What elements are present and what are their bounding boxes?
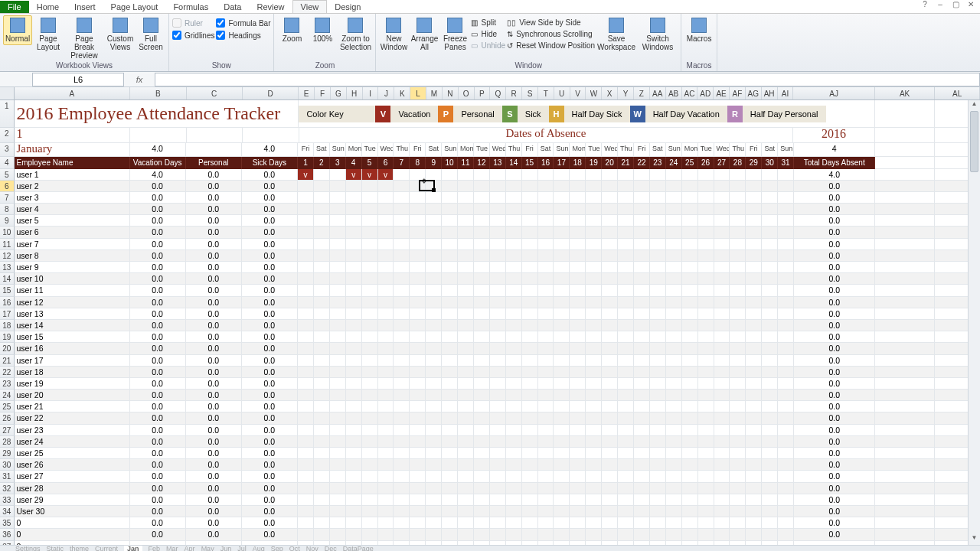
restore-icon[interactable]: ▢ [951, 0, 960, 8]
cell[interactable] [458, 390, 474, 401]
cell[interactable] [330, 215, 346, 227]
cell[interactable] [394, 355, 410, 367]
cell[interactable]: 0.0 [130, 308, 186, 320]
cell[interactable] [570, 250, 586, 262]
cell[interactable] [682, 250, 698, 262]
cell[interactable]: 0.0 [794, 529, 875, 540]
cell[interactable]: 0.0 [186, 273, 242, 285]
cell[interactable] [746, 459, 762, 471]
cell[interactable]: 0.0 [186, 181, 242, 192]
ribbon-tab-review[interactable]: Review [249, 1, 292, 13]
cell[interactable] [538, 459, 554, 471]
cell[interactable]: 0.0 [242, 331, 298, 343]
cell[interactable] [538, 517, 554, 529]
cell[interactable] [314, 250, 330, 262]
cell[interactable] [346, 320, 362, 331]
cell[interactable] [698, 250, 714, 262]
cell[interactable] [714, 529, 730, 540]
cell[interactable] [682, 192, 698, 204]
cell[interactable] [666, 227, 682, 238]
cell[interactable]: 0.0 [242, 308, 298, 320]
row-header[interactable]: 6 [0, 181, 15, 192]
cell[interactable]: Sat [426, 143, 442, 157]
cell[interactable] [778, 355, 794, 367]
close-icon[interactable]: ✕ [966, 0, 975, 8]
cell[interactable] [778, 483, 794, 494]
cell[interactable] [522, 273, 538, 285]
cell[interactable] [538, 367, 554, 378]
cell[interactable] [474, 273, 490, 285]
cell[interactable] [458, 331, 474, 343]
cell[interactable] [378, 181, 394, 192]
cell[interactable] [298, 517, 314, 529]
cell[interactable] [730, 331, 746, 343]
cell[interactable] [538, 262, 554, 273]
col-header-R[interactable]: R [506, 87, 522, 99]
cell[interactable] [346, 412, 362, 424]
cell[interactable] [570, 215, 586, 227]
cell[interactable]: 0.0 [242, 506, 298, 517]
cell[interactable] [634, 239, 650, 250]
cell[interactable] [362, 378, 378, 390]
cell[interactable] [394, 273, 410, 285]
cell[interactable] [650, 367, 666, 378]
cell[interactable]: Fri [634, 143, 650, 157]
cell[interactable] [586, 529, 602, 540]
cell[interactable] [762, 273, 778, 285]
cell[interactable] [778, 250, 794, 262]
cell[interactable] [330, 343, 346, 354]
cell[interactable] [522, 390, 538, 401]
sheet-tab-oct[interactable]: Oct [289, 545, 300, 551]
cell[interactable] [346, 378, 362, 390]
cell[interactable] [875, 517, 935, 529]
cell[interactable]: 26 [698, 157, 714, 169]
cell[interactable]: 0.0 [794, 390, 875, 401]
cell[interactable]: 0.0 [242, 192, 298, 204]
cell[interactable] [634, 343, 650, 354]
cell[interactable] [394, 308, 410, 320]
row-header[interactable]: 13 [0, 262, 15, 273]
cell[interactable] [618, 471, 634, 482]
cell[interactable]: v [378, 169, 394, 181]
cell[interactable] [762, 401, 778, 412]
cell[interactable] [618, 412, 634, 424]
cell[interactable] [538, 483, 554, 494]
cell[interactable] [698, 436, 714, 448]
cell[interactable] [698, 483, 714, 494]
cell[interactable] [602, 204, 618, 215]
cell[interactable]: Wed [602, 143, 618, 157]
cell[interactable] [458, 529, 474, 540]
cell[interactable] [698, 355, 714, 367]
cell[interactable]: 0.0 [242, 227, 298, 238]
cell[interactable] [586, 343, 602, 354]
cell[interactable]: 6 [378, 157, 394, 169]
cell[interactable] [522, 308, 538, 320]
cell[interactable] [682, 331, 698, 343]
cell[interactable]: 1 [298, 157, 314, 169]
sheet-tabs[interactable]: SettingsStaticthemeCurrentJanFebMarAprMa… [0, 545, 980, 551]
cell[interactable] [506, 448, 522, 459]
cell[interactable] [490, 471, 506, 482]
cell[interactable] [746, 483, 762, 494]
cell[interactable] [538, 239, 554, 250]
cell[interactable] [714, 308, 730, 320]
cell[interactable] [586, 412, 602, 424]
cell[interactable] [298, 192, 314, 204]
cell[interactable] [442, 250, 458, 262]
cell[interactable] [746, 355, 762, 367]
cell[interactable] [442, 297, 458, 308]
cell[interactable] [474, 425, 490, 436]
cell[interactable] [490, 192, 506, 204]
sheet-tab-may[interactable]: May [201, 545, 214, 551]
cell[interactable]: 11 [458, 157, 474, 169]
col-header-N[interactable]: N [443, 87, 459, 99]
cell[interactable] [634, 378, 650, 390]
cell[interactable] [538, 192, 554, 204]
cell[interactable] [298, 529, 314, 540]
cell[interactable] [666, 448, 682, 459]
cell[interactable] [474, 239, 490, 250]
cell[interactable] [330, 181, 346, 192]
cell[interactable] [410, 239, 426, 250]
cell[interactable] [586, 355, 602, 367]
cell[interactable]: 0 [15, 517, 130, 529]
